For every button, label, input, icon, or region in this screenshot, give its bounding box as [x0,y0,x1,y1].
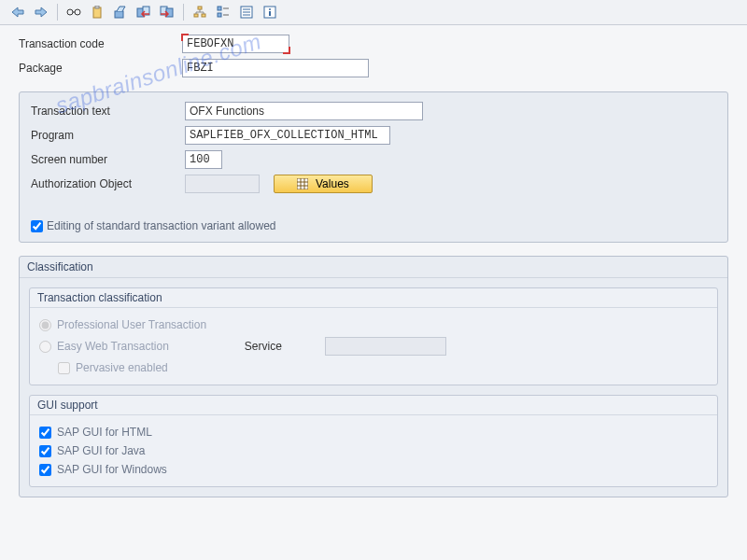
svg-rect-10 [198,7,202,9]
gui-html-checkbox[interactable] [39,427,51,439]
gui-java-checkbox[interactable] [39,445,51,457]
classification-title: Classification [20,257,727,278]
info-icon[interactable] [260,3,280,21]
trans-class-group: Transaction classification Professional … [29,287,718,385]
copy-left-icon[interactable] [134,3,154,21]
trans-text-label: Transaction text [31,105,185,118]
svg-rect-24 [297,178,308,189]
program-input[interactable]: SAPLFIEB_OFX_COLLECTION_HTML [185,126,390,145]
gui-support-title: GUI support [30,396,717,415]
service-input[interactable] [325,337,446,356]
toolbar-separator [57,4,58,21]
svg-rect-12 [202,14,205,17]
package-input[interactable]: FBZI [182,59,369,77]
svg-rect-4 [95,6,99,8]
hierarchy-icon[interactable] [190,3,210,21]
cut-icon[interactable] [110,3,131,21]
svg-rect-13 [218,7,221,10]
details-panel: Transaction text OFX Functions Program S… [19,91,728,243]
svg-rect-11 [194,14,198,17]
easy-web-radio [39,341,51,353]
classification-group: Classification Transaction classificatio… [19,256,728,497]
pervasive-checkbox [58,362,70,374]
tcode-input[interactable]: FEBOFXN [182,35,289,53]
toolbar-separator [183,4,184,21]
values-button-label: Values [316,177,349,190]
easy-web-label: Easy Web Transaction [57,340,169,353]
screen-input[interactable]: 100 [185,150,222,169]
pervasive-label: Pervasive enabled [76,361,168,374]
svg-point-0 [67,9,73,15]
svg-rect-14 [218,13,221,17]
clipboard-icon[interactable] [87,3,107,21]
trans-class-title: Transaction classification [30,288,717,308]
tcode-label: Transaction code [19,37,182,50]
table-icon [297,178,308,189]
values-button[interactable]: Values [274,175,373,193]
edit-variant-label: Editing of standard transaction variant … [47,219,275,232]
gui-java-label: SAP GUI for Java [57,444,145,457]
service-label: Service [245,340,282,353]
svg-point-22 [269,8,271,10]
svg-point-1 [75,9,80,15]
professional-radio [39,319,51,331]
align-icon[interactable] [213,3,233,21]
list-icon[interactable] [236,3,257,21]
auth-input[interactable] [185,175,260,193]
gui-support-group: GUI support SAP GUI for HTML SAP GUI for… [29,395,718,487]
gui-windows-label: SAP GUI for Windows [57,463,167,476]
auth-label: Authorization Object [31,177,185,190]
screen-label: Screen number [31,153,185,166]
main-content: Transaction code FEBOFXN Package FBZI Tr… [0,25,747,507]
forward-icon[interactable] [31,3,51,21]
gui-windows-checkbox[interactable] [39,464,51,476]
app-toolbar [0,0,747,25]
professional-label: Professional User Transaction [57,318,206,331]
gui-html-label: SAP GUI for HTML [57,426,152,439]
trans-text-input[interactable]: OFX Functions [185,102,423,120]
edit-variant-checkbox[interactable] [31,220,43,232]
display-glasses-icon[interactable] [63,3,84,21]
copy-right-icon[interactable] [157,3,177,21]
package-label: Package [19,62,182,75]
program-label: Program [31,129,185,142]
back-icon[interactable] [7,3,28,21]
svg-rect-5 [115,11,123,18]
svg-rect-3 [93,7,101,18]
